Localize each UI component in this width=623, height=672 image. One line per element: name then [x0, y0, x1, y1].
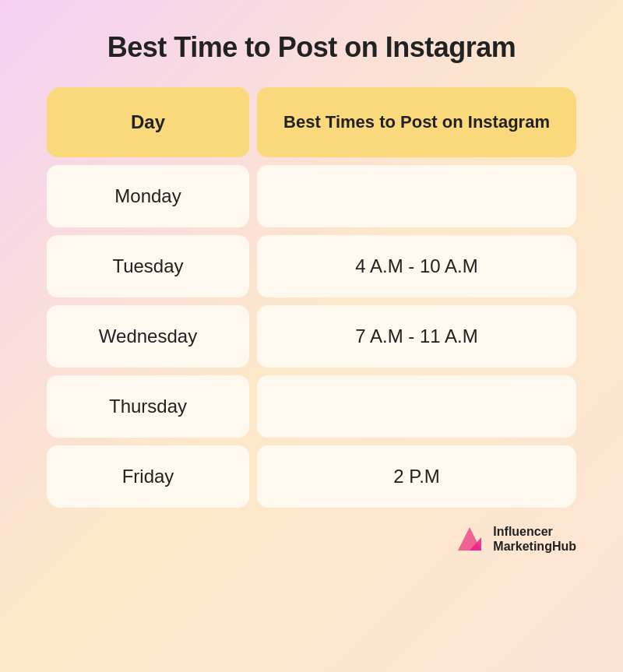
- logo-container: Influencer MarketingHub: [47, 523, 576, 554]
- logo-line1: Influencer: [493, 524, 576, 539]
- influencer-hub-icon: [454, 523, 485, 554]
- table-row: Wednesday 7 A.M - 11 A.M: [47, 305, 576, 368]
- table-row: Thursday: [47, 375, 576, 438]
- row-day-wednesday: Wednesday: [47, 305, 249, 368]
- row-times-monday: [257, 165, 576, 227]
- logo-text: Influencer MarketingHub: [493, 524, 576, 554]
- row-day-monday: Monday: [47, 165, 249, 227]
- row-times-tuesday: 4 A.M - 10 A.M: [257, 235, 576, 297]
- page-title: Best Time to Post on Instagram: [107, 31, 516, 64]
- row-day-thursday: Thursday: [47, 375, 249, 438]
- header-day-cell: Day: [47, 87, 249, 157]
- info-table: Day Best Times to Post on Instagram Mond…: [47, 87, 576, 508]
- row-day-tuesday: Tuesday: [47, 235, 249, 297]
- row-day-friday: Friday: [47, 445, 249, 508]
- table-header: Day Best Times to Post on Instagram: [47, 87, 576, 157]
- logo-line2: MarketingHub: [493, 539, 576, 554]
- row-times-wednesday: 7 A.M - 11 A.M: [257, 305, 576, 368]
- row-times-friday: 2 P.M: [257, 445, 576, 508]
- header-times-cell: Best Times to Post on Instagram: [257, 87, 576, 157]
- row-times-thursday: [257, 375, 576, 438]
- table-row: Friday 2 P.M: [47, 445, 576, 508]
- table-row: Monday: [47, 165, 576, 227]
- table-row: Tuesday 4 A.M - 10 A.M: [47, 235, 576, 297]
